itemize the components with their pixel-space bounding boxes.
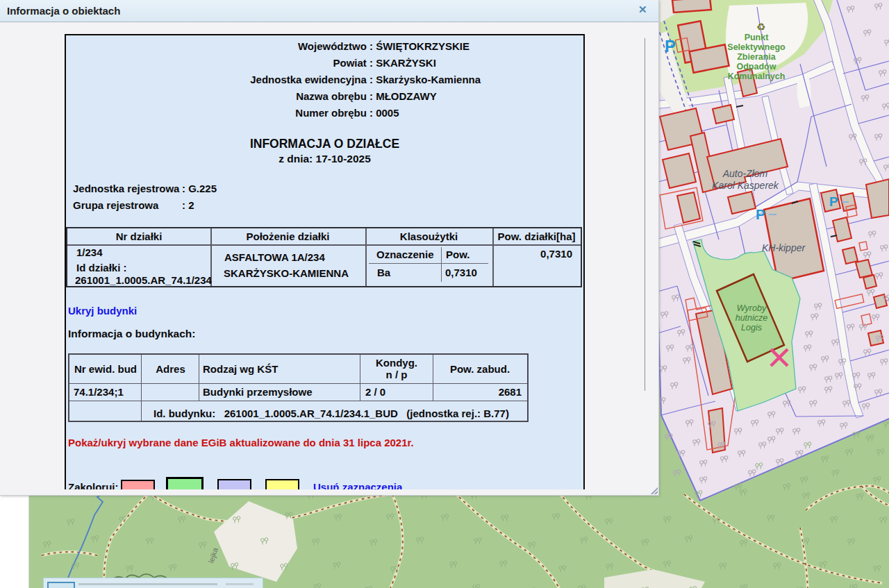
svg-text:P: P [829, 194, 838, 209]
svg-text:hutnicze: hutnicze [736, 313, 768, 323]
svg-text:Zbierania: Zbierania [737, 52, 776, 62]
svg-text:Logis: Logis [741, 323, 762, 333]
svg-text:♻: ♻ [756, 21, 765, 33]
svg-text:KH-kipper: KH-kipper [762, 242, 806, 253]
svg-text:Punkt: Punkt [745, 33, 770, 42]
svg-text:P: P [665, 37, 676, 56]
svg-text:Auto-Złom: Auto-Złom [722, 168, 768, 179]
svg-text:Wyroby: Wyroby [737, 303, 767, 313]
svg-text:Komunalnych: Komunalnych [728, 72, 786, 81]
svg-text:Selektywnego: Selektywnego [727, 42, 786, 52]
svg-text:P: P [756, 206, 765, 222]
svg-text:Odpadów: Odpadów [737, 62, 776, 72]
svg-text:Karol Kasperek: Karol Kasperek [712, 180, 779, 191]
